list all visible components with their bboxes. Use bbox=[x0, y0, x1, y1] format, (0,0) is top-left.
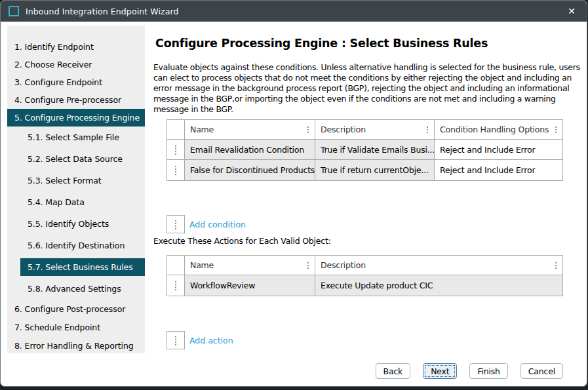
column-header-description-label: Description bbox=[321, 260, 366, 270]
sidebar-item-select-data-source[interactable]: 5.2. Select Data Source bbox=[7, 148, 145, 170]
column-menu-icon[interactable] bbox=[307, 126, 309, 134]
column-header-name[interactable]: Name bbox=[185, 120, 315, 140]
sidebar-item-schedule-endpoint[interactable]: 7. Schedule Endpoint bbox=[7, 318, 145, 336]
conditions-table: Name Description Condition Handling Opti… bbox=[167, 119, 563, 181]
wizard-window: Inbound Integration Endpoint Wizard ✕ 1.… bbox=[0, 0, 587, 387]
close-icon[interactable]: ✕ bbox=[564, 6, 579, 16]
grip-dots-icon bbox=[174, 336, 177, 345]
condition-name-cell[interactable]: Email Revalidation Condition bbox=[185, 140, 315, 160]
row-drag-handle[interactable] bbox=[167, 275, 185, 296]
column-header-description[interactable]: Description bbox=[315, 120, 435, 140]
sidebar-item-select-sample-file[interactable]: 5.1. Select Sample File bbox=[7, 127, 145, 148]
actions-table: Name Description WorkflowReview Execute … bbox=[167, 255, 563, 296]
grip-dots-icon bbox=[174, 220, 177, 229]
sidebar-item-choose-receiver[interactable]: 2. Choose Receiver bbox=[7, 56, 145, 73]
column-header-description-label: Description bbox=[321, 125, 366, 134]
cancel-button[interactable]: Cancel bbox=[520, 363, 563, 379]
row-drag-handle[interactable] bbox=[167, 215, 185, 233]
condition-handling-cell[interactable]: Reject and Include Error bbox=[435, 160, 562, 180]
condition-description-cell[interactable]: True if return currentObje... bbox=[315, 160, 435, 180]
row-drag-handle[interactable] bbox=[167, 331, 185, 349]
column-menu-icon[interactable] bbox=[426, 126, 429, 134]
wizard-footer: Back Next Finish Cancel bbox=[376, 363, 563, 379]
column-header-name-label: Name bbox=[190, 125, 214, 134]
grip-dots-icon bbox=[174, 281, 177, 290]
condition-description-cell[interactable]: True if Validate Emails Busi... bbox=[315, 140, 435, 160]
add-condition-button[interactable]: Add condition bbox=[189, 220, 246, 229]
condition-name-cell[interactable]: False for Discontinued Products bbox=[185, 160, 315, 180]
sidebar-item-select-format[interactable]: 5.3. Select Format bbox=[7, 170, 145, 191]
grip-dots-icon bbox=[174, 145, 177, 155]
grip-dots-icon bbox=[174, 165, 177, 175]
actions-header-handle-cell bbox=[167, 256, 185, 275]
sidebar-item-identify-objects[interactable]: 5.5. Identify Objects bbox=[7, 213, 145, 235]
sidebar-item-configure-post-processor[interactable]: 6. Configure Post-processor bbox=[7, 300, 145, 318]
condition-handling-cell[interactable]: Reject and Include Error bbox=[435, 140, 562, 160]
sidebar-item-configure-pre-processor[interactable]: 4. Configure Pre-processor bbox=[7, 91, 145, 109]
sidebar-item-configure-processing-engine[interactable]: 5. Configure Processing Engine bbox=[7, 109, 145, 127]
page-title: Configure Processing Engine : Select Bus… bbox=[155, 37, 488, 50]
row-drag-handle[interactable] bbox=[167, 140, 185, 160]
column-menu-icon[interactable] bbox=[307, 262, 309, 269]
sidebar-item-identify-destination[interactable]: 5.6. Identify Destination bbox=[7, 235, 145, 256]
back-button[interactable]: Back bbox=[376, 363, 411, 379]
actions-section-label: Execute These Actions for Each Valid Obj… bbox=[153, 236, 331, 246]
add-condition-row: Add condition bbox=[167, 215, 246, 233]
finish-button[interactable]: Finish bbox=[469, 363, 507, 379]
column-header-condition-handling[interactable]: Condition Handling Options bbox=[435, 120, 562, 140]
sidebar-item-select-business-rules[interactable]: 5.7. Select Business Rules bbox=[20, 258, 145, 276]
sidebar-item-map-data[interactable]: 5.4. Map Data bbox=[7, 191, 145, 213]
action-description-cell[interactable]: Execute Update product CIC bbox=[315, 275, 562, 296]
column-header-description[interactable]: Description bbox=[315, 256, 562, 275]
next-button[interactable]: Next bbox=[423, 363, 457, 379]
sidebar-item-identify-endpoint[interactable]: 1. Identify Endpoint bbox=[7, 38, 145, 56]
action-name-cell[interactable]: WorkflowReview bbox=[185, 275, 315, 296]
add-action-row: Add action bbox=[167, 331, 233, 349]
conditions-header-handle-cell bbox=[167, 120, 185, 140]
add-action-button[interactable]: Add action bbox=[189, 336, 233, 345]
window-title: Inbound Integration Endpoint Wizard bbox=[26, 7, 564, 16]
sidebar-item-error-handling-reporting[interactable]: 8. Error Handling & Reporting bbox=[7, 336, 145, 355]
column-header-name-label: Name bbox=[190, 260, 214, 270]
wizard-steps-sidebar: 1. Identify Endpoint 2. Choose Receiver … bbox=[7, 26, 145, 353]
column-header-condition-handling-label: Condition Handling Options bbox=[440, 125, 549, 134]
column-header-name[interactable]: Name bbox=[185, 256, 315, 275]
window-titlebar[interactable]: Inbound Integration Endpoint Wizard ✕ bbox=[1, 1, 587, 22]
row-drag-handle[interactable] bbox=[167, 160, 185, 180]
sidebar-item-advanced-settings[interactable]: 5.8. Advanced Settings bbox=[7, 278, 145, 300]
column-menu-icon[interactable] bbox=[555, 126, 557, 134]
column-menu-icon[interactable] bbox=[555, 262, 557, 269]
sidebar-item-configure-endpoint[interactable]: 3. Configure Endpoint bbox=[7, 73, 145, 91]
intro-text: Evaluate objects against these condition… bbox=[153, 62, 583, 115]
app-icon bbox=[9, 6, 19, 16]
